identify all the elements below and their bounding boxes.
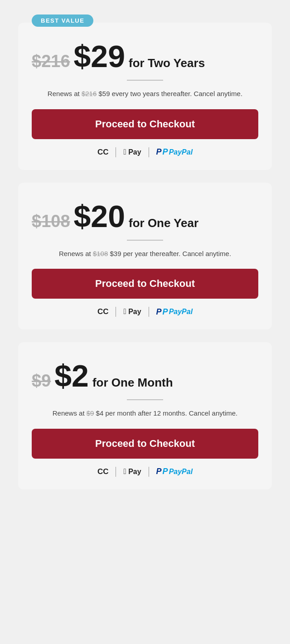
paypal-icon-p2: P: [163, 307, 168, 317]
old-price: $108: [32, 212, 70, 231]
renew-description: $4 per month after 12 months. Cancel any…: [96, 409, 238, 417]
plan-card-two-year: BEST VALUE $216 $29 for Two Years Renews…: [18, 23, 272, 170]
new-price: $29: [74, 41, 125, 72]
cc-label: CC: [97, 148, 109, 157]
apple-icon: : [123, 467, 126, 476]
renew-text: Renews at $108 $39 per year thereafter. …: [32, 249, 258, 259]
paypal-label: PP PayPal: [156, 467, 193, 476]
apple-pay-text: Pay: [128, 308, 141, 315]
price-row: $108 $20 for One Year: [32, 201, 258, 232]
plan-card-one-year: $108 $20 for One Year Renews at $108 $39…: [18, 183, 272, 330]
paypal-icon-p2: P: [163, 147, 168, 157]
plan-card-one-month: $9 $2 for One Month Renews at $9 $4 per …: [18, 342, 272, 489]
divider-2: [149, 147, 149, 157]
renew-description: $59 every two years thereafter. Cancel a…: [98, 90, 242, 97]
divider-1: [116, 147, 116, 157]
divider-2: [149, 307, 149, 317]
paypal-icon-p1: P: [156, 467, 162, 476]
apple-pay-text: Pay: [128, 468, 141, 475]
paypal-label: PP PayPal: [156, 307, 193, 317]
payment-methods: CC  Pay PP PayPal: [32, 307, 258, 317]
apple-pay-label:  Pay: [123, 467, 141, 476]
renew-text: Renews at $9 $4 per month after 12 month…: [32, 408, 258, 419]
apple-pay-label:  Pay: [123, 148, 141, 157]
renew-old-price: $216: [82, 90, 97, 97]
price-row: $9 $2 for One Month: [32, 360, 258, 391]
payment-methods: CC  Pay PP PayPal: [32, 467, 258, 477]
price-row: $216 $29 for Two Years: [32, 41, 258, 72]
apple-pay-label:  Pay: [123, 307, 141, 316]
paypal-text: PayPal: [169, 308, 193, 316]
checkout-button-one-month[interactable]: Proceed to Checkout: [32, 429, 258, 459]
paypal-text: PayPal: [169, 148, 193, 156]
plan-duration: for Two Years: [129, 56, 205, 70]
divider: [127, 240, 163, 241]
payment-methods: CC  Pay PP PayPal: [32, 147, 258, 157]
renew-text: Renews at $216 $59 every two years there…: [32, 89, 258, 99]
plan-duration: for One Month: [92, 376, 173, 390]
plan-duration: for One Year: [129, 216, 198, 230]
paypal-icon-p2: P: [163, 467, 168, 476]
paypal-text: PayPal: [169, 468, 193, 476]
paypal-label: PP PayPal: [156, 147, 193, 157]
apple-pay-text: Pay: [128, 148, 141, 156]
renew-old-price: $108: [93, 250, 108, 257]
divider-1: [116, 467, 116, 477]
divider: [127, 80, 163, 81]
cc-label: CC: [97, 307, 109, 316]
old-price: $216: [32, 52, 70, 71]
renew-description: $39 per year thereafter. Cancel anytime.: [110, 250, 231, 257]
divider-2: [149, 467, 149, 477]
divider: [127, 399, 163, 400]
paypal-icon-p1: P: [156, 147, 162, 157]
apple-icon: : [123, 148, 126, 156]
cc-label: CC: [97, 467, 109, 476]
best-value-badge: BEST VALUE: [32, 15, 93, 27]
renew-old-price: $9: [87, 409, 94, 417]
apple-icon: : [123, 307, 126, 316]
checkout-button-one-year[interactable]: Proceed to Checkout: [32, 269, 258, 299]
old-price: $9: [32, 371, 51, 391]
checkout-button-two-year[interactable]: Proceed to Checkout: [32, 109, 258, 139]
new-price: $2: [54, 360, 89, 391]
new-price: $20: [74, 201, 125, 232]
divider-1: [116, 307, 116, 317]
paypal-icon-p1: P: [156, 307, 162, 317]
